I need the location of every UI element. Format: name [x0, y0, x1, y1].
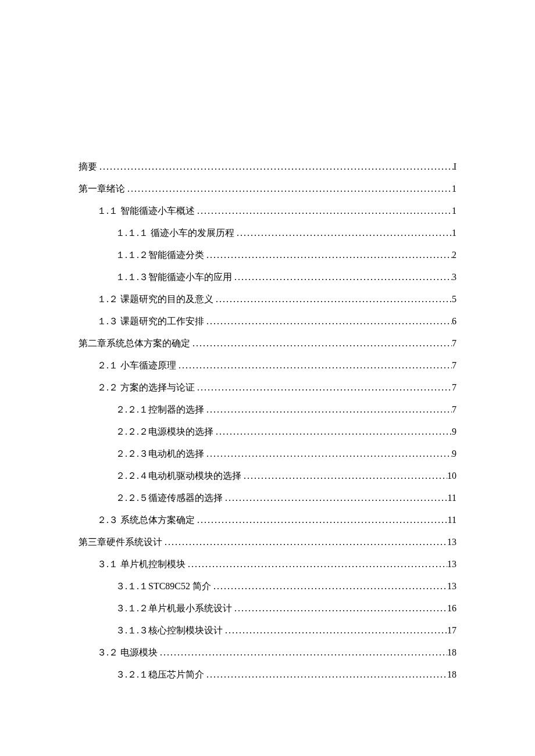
toc-leader: [176, 359, 452, 372]
toc-page: 13: [447, 557, 456, 571]
toc-leader: [97, 160, 454, 174]
toc-label: １.１.３智能循迹小车的应用: [116, 270, 232, 284]
toc-label: １.１.２智能循迹分类: [116, 248, 204, 262]
toc-page: 16: [447, 601, 456, 615]
toc-entry: １.１.１ 循迹小车的发展历程1: [79, 226, 456, 240]
toc-label: 第三章硬件系统设计: [79, 535, 162, 549]
toc-page: 10: [447, 469, 456, 483]
toc-entry: ２.２ 方案的选择与论证7: [79, 381, 456, 395]
toc-leader: [195, 513, 448, 527]
toc-leader: [190, 336, 452, 350]
toc-entry: ３.２.１稳压芯片简介18: [79, 668, 456, 682]
toc-entry: ３.１.１STC89C52 简介13: [79, 579, 456, 593]
toc-label: １.２ 课题研究的目的及意义: [97, 292, 213, 306]
toc-entry: ２.１ 小车循迹原理7: [79, 359, 456, 372]
toc-label: ２.２.５循迹传感器的选择: [116, 491, 223, 505]
toc-leader: [158, 646, 447, 660]
toc-page: 2: [452, 248, 456, 262]
toc-entry: １.３ 课题研究的工作安排6: [79, 314, 456, 328]
toc-entry: １.１.２智能循迹分类2: [79, 248, 456, 262]
toc-page: 9: [452, 447, 456, 461]
toc-entry: １.１ 智能循迹小车概述1: [79, 204, 456, 218]
toc-leader: [213, 425, 452, 439]
toc-entry: ２.３ 系统总体方案确定11: [79, 513, 456, 527]
toc-entry: 摘要I: [79, 160, 456, 174]
toc-page: 9: [452, 425, 456, 439]
toc-label: ２.１ 小车循迹原理: [97, 359, 176, 372]
toc-leader: [223, 491, 448, 505]
toc-page: 5: [452, 292, 456, 306]
toc-leader: [195, 381, 452, 395]
toc-label: ２.２.３电动机的选择: [116, 447, 204, 461]
toc-leader: [125, 182, 452, 196]
toc-label: ３.２.１稳压芯片简介: [116, 668, 204, 682]
toc-entry: ２.２.２电源模块的选择9: [79, 425, 456, 439]
toc-label: ２.２.１控制器的选择: [116, 403, 204, 417]
toc-page: 1: [452, 182, 456, 196]
toc-entry: 第三章硬件系统设计13: [79, 535, 456, 549]
toc-page: I: [454, 160, 456, 174]
table-of-contents: 摘要I第一章绪论1１.１ 智能循迹小车概述1１.１.１ 循迹小车的发展历程1１.…: [79, 160, 456, 682]
toc-entry: 第一章绪论1: [79, 182, 456, 196]
toc-entry: ３.１ 单片机控制模块13: [79, 557, 456, 571]
toc-entry: １.１.３智能循迹小车的应用3: [79, 270, 456, 284]
toc-leader: [232, 601, 447, 615]
toc-label: ２.２.４电动机驱动模块的选择: [116, 469, 241, 483]
toc-page: 7: [452, 381, 456, 395]
toc-label: 第二章系统总体方案的确定: [79, 336, 190, 350]
toc-label: 摘要: [79, 160, 97, 174]
toc-leader: [232, 270, 452, 284]
toc-entry: ２.２.４电动机驱动模块的选择10: [79, 469, 456, 483]
toc-leader: [204, 314, 452, 328]
toc-entry: 第二章系统总体方案的确定7: [79, 336, 456, 350]
toc-label: ２.２ 方案的选择与论证: [97, 381, 195, 395]
toc-leader: [213, 292, 452, 306]
toc-label: 第一章绪论: [79, 182, 125, 196]
toc-label: ３.１.３核心控制模块设计: [116, 624, 223, 637]
toc-label: ３.１.１STC89C52 简介: [116, 579, 211, 593]
toc-page: 17: [447, 624, 456, 637]
toc-page: 18: [447, 668, 456, 682]
toc-leader: [195, 204, 452, 218]
toc-entry: ３.１.３核心控制模块设计17: [79, 624, 456, 637]
toc-leader: [186, 557, 447, 571]
toc-label: １.３ 课题研究的工作安排: [97, 314, 204, 328]
toc-leader: [211, 579, 447, 593]
toc-label: ２.３ 系统总体方案确定: [97, 513, 195, 527]
toc-entry: １.２ 课题研究的目的及意义5: [79, 292, 456, 306]
toc-page: 6: [452, 314, 456, 328]
toc-page: 13: [447, 535, 456, 549]
toc-entry: ３.１.２单片机最小系统设计16: [79, 601, 456, 615]
toc-label: ３.２ 电源模块: [97, 646, 158, 660]
toc-page: 1: [452, 226, 456, 240]
toc-page: 3: [452, 270, 456, 284]
toc-label: ２.２.２电源模块的选择: [116, 425, 213, 439]
toc-leader: [234, 226, 452, 240]
toc-page: 11: [448, 513, 456, 527]
toc-page: 7: [452, 359, 456, 372]
toc-leader: [162, 535, 447, 549]
toc-entry: ２.２.３电动机的选择9: [79, 447, 456, 461]
toc-entry: ２.２.５循迹传感器的选择11: [79, 491, 456, 505]
toc-page: 7: [452, 403, 456, 417]
toc-page: 7: [452, 336, 456, 350]
toc-leader: [204, 447, 452, 461]
toc-page: 18: [447, 646, 456, 660]
toc-page: 1: [452, 204, 456, 218]
toc-leader: [204, 668, 447, 682]
toc-page: 11: [448, 491, 456, 505]
toc-leader: [241, 469, 447, 483]
toc-label: ３.１ 单片机控制模块: [97, 557, 186, 571]
toc-label: １.１.１ 循迹小车的发展历程: [116, 226, 234, 240]
toc-entry: ３.２ 电源模块18: [79, 646, 456, 660]
toc-label: ３.１.２单片机最小系统设计: [116, 601, 232, 615]
toc-leader: [204, 248, 452, 262]
toc-label: １.１ 智能循迹小车概述: [97, 204, 195, 218]
toc-entry: ２.２.１控制器的选择7: [79, 403, 456, 417]
toc-leader: [204, 403, 452, 417]
toc-leader: [223, 624, 447, 637]
toc-page: 13: [447, 579, 456, 593]
